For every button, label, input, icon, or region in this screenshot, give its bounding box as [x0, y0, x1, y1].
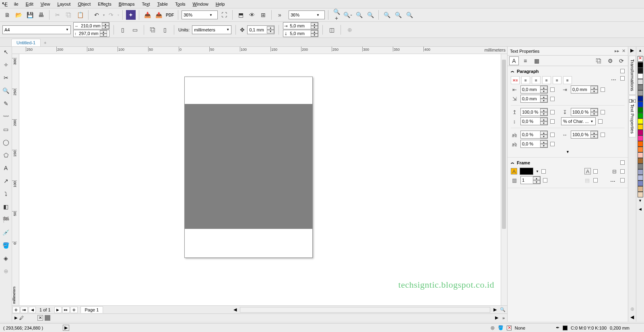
cut-button[interactable]: ✂ — [53, 10, 62, 20]
hscroll-right[interactable]: ▶ — [492, 307, 498, 312]
paper-size-combo[interactable]: A4▼ — [2, 25, 71, 34]
color-swatch[interactable] — [638, 102, 643, 107]
snap-button[interactable]: ⬒ — [236, 10, 246, 20]
menu-effects[interactable]: Effects — [95, 1, 114, 7]
zoom-in-button[interactable]: 🔍+ — [332, 10, 341, 20]
play-icon[interactable]: ▶ — [63, 325, 69, 331]
lock-checkbox[interactable] — [601, 133, 605, 137]
connector-tool[interactable]: ⤵ — [1, 189, 11, 198]
palette-down-icon[interactable]: ▼ — [637, 199, 644, 205]
right-indent-input[interactable]: ▲▼ — [571, 85, 598, 93]
copy-button[interactable]: ⿻ — [64, 10, 74, 20]
frame-tab[interactable]: ▦ — [532, 56, 541, 65]
lock-checkbox[interactable] — [550, 110, 555, 114]
no-color-swatch[interactable] — [638, 56, 643, 62]
lock-checkbox[interactable] — [601, 110, 605, 114]
lock-checkbox[interactable] — [550, 119, 555, 124]
import-button[interactable]: 📥 — [142, 10, 152, 20]
menu-window[interactable]: Window — [190, 1, 212, 7]
zoom-height-button[interactable]: 🔍 — [405, 10, 414, 20]
color-swatch[interactable] — [638, 175, 643, 181]
lock-checkbox[interactable] — [593, 178, 598, 183]
paste-button[interactable]: 📋 — [75, 10, 85, 20]
hint-scroll-right[interactable]: ▶ — [495, 315, 498, 320]
last-page-button[interactable]: ⏭ — [62, 307, 70, 313]
lock-checkbox[interactable] — [620, 69, 625, 73]
nudge-input[interactable]: ▲▼ — [247, 25, 275, 34]
add-docker-icon[interactable]: ⊕ — [629, 306, 636, 313]
color-swatch[interactable] — [638, 62, 643, 68]
options-button[interactable]: ⟳ — [617, 56, 626, 65]
columns-input[interactable]: ▲▼ — [520, 176, 541, 184]
first-page-button[interactable]: ⏮ — [21, 307, 28, 313]
all-pages-button[interactable]: ⿻ — [148, 25, 158, 35]
redo-button[interactable]: ↷ — [106, 10, 116, 20]
color-swatch[interactable] — [638, 169, 643, 175]
page-height-input[interactable]: ↕▲▼ — [73, 30, 109, 37]
collapse-icon[interactable]: ︽ — [511, 68, 514, 74]
align-left-button[interactable]: ≡ — [521, 76, 530, 84]
align-lock[interactable] — [620, 76, 625, 81]
menu-tools[interactable]: Tools — [172, 1, 189, 7]
horizontal-scrollbar[interactable] — [240, 307, 490, 313]
navigator-icon[interactable]: 🔍 — [498, 307, 507, 312]
expand-arrow-icon[interactable]: ▶ — [629, 48, 636, 54]
color-swatch[interactable] — [638, 152, 643, 158]
landscape-button[interactable]: ▭ — [130, 25, 140, 35]
crop-tool[interactable]: ✂ — [1, 73, 11, 82]
color-swatch[interactable] — [638, 164, 643, 169]
menu-edit[interactable]: Edit — [23, 1, 37, 7]
palette-flyout-icon[interactable]: ◀ — [637, 207, 644, 214]
lock-checkbox[interactable] — [598, 119, 603, 124]
zoom-all-button[interactable]: 🔍 — [365, 10, 375, 20]
lock-checkbox[interactable] — [620, 169, 625, 174]
zoom-out-button[interactable]: 🔍- — [343, 10, 353, 20]
no-fill-swatch[interactable]: ✕ — [37, 315, 43, 321]
gray-rectangle-object[interactable] — [185, 104, 312, 229]
document-tab[interactable]: Untitled-1 — [11, 39, 41, 46]
polygon-tool[interactable]: ⬠ — [1, 151, 11, 160]
dup-x-input[interactable]: ⇥▲▼ — [283, 22, 318, 29]
add-document-tab[interactable]: + — [41, 39, 50, 46]
portrait-button[interactable]: ▯ — [118, 25, 128, 35]
expand-left-icon[interactable]: ◀ — [629, 314, 636, 321]
menu-help[interactable]: Help — [213, 1, 228, 7]
save-button[interactable]: 💾 — [25, 10, 35, 20]
color-swatch[interactable] — [638, 181, 643, 186]
color-swatch[interactable] — [638, 113, 643, 118]
zoom-level-1[interactable]: ▼ — [182, 10, 218, 19]
dock-close-button[interactable]: ✕ — [622, 48, 625, 54]
color-swatch[interactable] — [638, 141, 643, 147]
print-button[interactable]: 🖶 — [36, 10, 46, 20]
ellipse-tool[interactable]: ◯ — [1, 138, 11, 147]
prev-page-button[interactable]: ◀ — [29, 307, 36, 313]
text-tool[interactable]: A — [1, 164, 11, 172]
color-swatch[interactable] — [638, 118, 643, 124]
zoom-level-2[interactable]: ▼ — [289, 10, 325, 19]
publish-pdf-button[interactable]: PDF — [165, 10, 175, 20]
hint-overflow[interactable]: » — [502, 315, 505, 320]
canvas[interactable]: techsigntic.blogspot.co.id — [19, 54, 501, 305]
menu-object[interactable]: Object — [74, 1, 94, 7]
color-swatch[interactable] — [638, 79, 643, 85]
line-spacing-input[interactable]: ▲▼ — [520, 117, 548, 125]
menu-bitmaps[interactable]: Bitmaps — [116, 1, 138, 7]
color-swatch[interactable] — [638, 85, 643, 90]
palette-up-icon[interactable]: ▲ — [637, 48, 644, 55]
outline-swatch[interactable] — [563, 326, 568, 330]
lock-checkbox[interactable] — [550, 142, 555, 146]
eyedropper-tool[interactable]: 💉 — [1, 228, 11, 237]
add-page-before-button[interactable]: ⊕ — [12, 307, 20, 313]
overflow-button[interactable]: » — [275, 10, 285, 20]
color-swatch[interactable] — [638, 73, 643, 79]
artistic-media-tool[interactable]: 〰 — [1, 112, 11, 121]
quick-customize[interactable]: ⊕ — [1, 267, 11, 276]
color-swatch[interactable] — [638, 135, 643, 141]
transformations-tab[interactable]: Transformations — [629, 56, 636, 95]
parallel-dim-tool[interactable]: ↗ — [1, 176, 11, 185]
undo-button[interactable]: ↶ — [92, 10, 101, 20]
units-combo[interactable]: millimeters▼ — [192, 25, 231, 34]
rectangle-tool[interactable]: ▭ — [1, 125, 11, 134]
zoom-page-button[interactable]: 🔍 — [382, 10, 392, 20]
color-swatch[interactable] — [638, 107, 643, 113]
